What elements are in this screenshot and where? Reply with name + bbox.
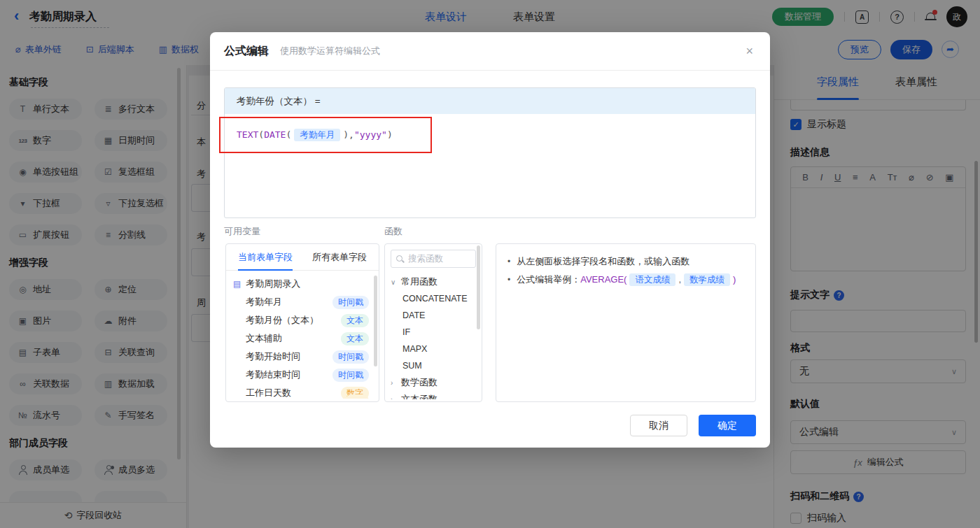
help-panel: • 从左侧面板选择字段名和函数，或输入函数 • 公式编辑举例：AVERAGE(语… bbox=[496, 243, 756, 402]
formula-token: ) bbox=[343, 129, 349, 140]
function-search[interactable] bbox=[391, 250, 476, 268]
formula-token: DATE bbox=[264, 129, 286, 140]
formula-token: "yyyy" bbox=[354, 129, 387, 140]
variable-row[interactable]: 考勤结束时间时间戳 bbox=[226, 366, 379, 384]
variables-scrollbar[interactable] bbox=[374, 276, 377, 366]
formula-target: 考勤年份（文本） = bbox=[225, 88, 755, 114]
variables-list: ▤考勤周期录入考勤年月时间戳考勤月份（文本）文本文本辅助文本考勤开始时间时间戳考… bbox=[226, 271, 379, 399]
variables-tabs: 当前表单字段所有表单字段 bbox=[226, 244, 379, 271]
caret-expanded-icon: ∨ bbox=[391, 278, 398, 286]
field-chip[interactable]: 考勤年月 bbox=[294, 129, 340, 141]
close-icon[interactable]: × bbox=[746, 44, 753, 59]
help-tip: • 从左侧面板选择字段名和函数，或输入函数 bbox=[507, 252, 744, 271]
help-example: • 公式编辑举例：AVERAGE(语文成绩,数学成绩) bbox=[507, 271, 744, 289]
variable-type-badge: 文本 bbox=[341, 332, 369, 345]
formula-target-label: 考勤年份（文本） = bbox=[237, 95, 321, 108]
formula-token: TEXT bbox=[237, 129, 258, 140]
variable-name: 工作日天数 bbox=[246, 387, 341, 399]
bullet-icon: • bbox=[507, 252, 510, 271]
functions-section-label: 函数 bbox=[384, 225, 402, 238]
variable-name: 考勤结束时间 bbox=[246, 369, 332, 381]
cancel-button[interactable]: 取消 bbox=[630, 415, 687, 436]
function-item[interactable]: DATE bbox=[385, 307, 482, 324]
function-group-label: 数学函数 bbox=[401, 376, 438, 389]
variables-tab[interactable]: 当前表单字段 bbox=[238, 244, 293, 271]
function-item[interactable]: CONCATENATE bbox=[385, 290, 482, 307]
function-group[interactable]: ›数学函数 bbox=[385, 374, 482, 391]
help-example-text: 公式编辑举例：AVERAGE(语文成绩,数学成绩) bbox=[517, 271, 736, 289]
formula-editor[interactable]: 考勤年份（文本） = TEXT(DATE(考勤年月),"yyyy") bbox=[224, 87, 756, 218]
confirm-button[interactable]: 确定 bbox=[699, 415, 756, 436]
search-icon bbox=[396, 255, 404, 263]
functions-panel: ∨常用函数CONCATENATEDATEIFMAPXSUM›数学函数›文本函数 bbox=[384, 243, 482, 402]
function-item[interactable]: SUM bbox=[385, 357, 482, 374]
variable-row[interactable]: 考勤年月时间戳 bbox=[226, 293, 379, 311]
formula-token: ) bbox=[387, 129, 393, 140]
variable-name: 考勤开始时间 bbox=[246, 350, 332, 363]
form-name: 考勤周期录入 bbox=[246, 278, 300, 290]
variable-name: 考勤月份（文本） bbox=[246, 314, 341, 327]
example-prefix: 公式编辑举例： bbox=[517, 274, 580, 285]
partial-badge bbox=[345, 394, 369, 399]
example-close: ) bbox=[733, 274, 736, 285]
variable-type-badge: 时间戳 bbox=[332, 296, 369, 309]
function-group-label: 常用函数 bbox=[401, 276, 438, 288]
variable-type-badge: 时间戳 bbox=[332, 369, 369, 382]
variable-name: 文本辅助 bbox=[246, 332, 341, 345]
variables-tab[interactable]: 所有表单字段 bbox=[312, 244, 367, 271]
function-group-label: 文本函数 bbox=[401, 393, 438, 399]
field-chip: 语文成绩 bbox=[629, 273, 676, 286]
dialog-title: 公式编辑 bbox=[224, 44, 269, 59]
example-comma: , bbox=[678, 274, 681, 285]
variable-name: 考勤年月 bbox=[246, 296, 332, 308]
function-search-input[interactable] bbox=[408, 254, 471, 264]
variable-row[interactable]: 考勤开始时间时间戳 bbox=[226, 348, 379, 366]
variables-section-label: 可用变量 bbox=[224, 225, 260, 238]
function-group[interactable]: ∨常用函数 bbox=[385, 273, 482, 290]
caret-collapsed-icon: › bbox=[391, 396, 398, 400]
function-item[interactable]: MAPX bbox=[385, 341, 482, 357]
formula-expression[interactable]: TEXT(DATE(考勤年月),"yyyy") bbox=[225, 114, 755, 141]
variable-row[interactable]: 文本辅助文本 bbox=[226, 329, 379, 348]
variable-row[interactable]: 考勤月份（文本）文本 bbox=[226, 311, 379, 329]
field-chip: 数学成绩 bbox=[684, 273, 730, 286]
variable-type-badge: 时间戳 bbox=[332, 350, 369, 364]
formula-token: ( bbox=[258, 129, 264, 140]
form-doc-icon: ▤ bbox=[233, 279, 241, 289]
functions-scrollbar[interactable] bbox=[477, 245, 480, 329]
bullet-icon: • bbox=[507, 271, 510, 289]
function-group[interactable]: ›文本函数 bbox=[385, 391, 482, 399]
variables-form-row[interactable]: ▤考勤周期录入 bbox=[226, 275, 379, 293]
dialog-subtitle: 使用数学运算符编辑公式 bbox=[280, 45, 380, 57]
variable-type-badge: 文本 bbox=[341, 314, 369, 327]
dialog-header: 公式编辑 使用数学运算符编辑公式 bbox=[210, 32, 770, 71]
formula-token: , bbox=[349, 129, 354, 140]
example-function: AVERAGE( bbox=[580, 274, 626, 285]
help-tip-text: 从左侧面板选择字段名和函数，或输入函数 bbox=[517, 252, 690, 271]
functions-tree: ∨常用函数CONCATENATEDATEIFMAPXSUM›数学函数›文本函数 bbox=[385, 273, 482, 399]
variables-panel: 当前表单字段所有表单字段 ▤考勤周期录入考勤年月时间戳考勤月份（文本）文本文本辅… bbox=[225, 243, 379, 402]
formula-editor-dialog: 公式编辑 使用数学运算符编辑公式 × 考勤年份（文本） = TEXT(DATE(… bbox=[210, 32, 770, 448]
formula-token: ( bbox=[286, 129, 291, 140]
caret-collapsed-icon: › bbox=[391, 379, 398, 387]
function-item[interactable]: IF bbox=[385, 324, 482, 341]
